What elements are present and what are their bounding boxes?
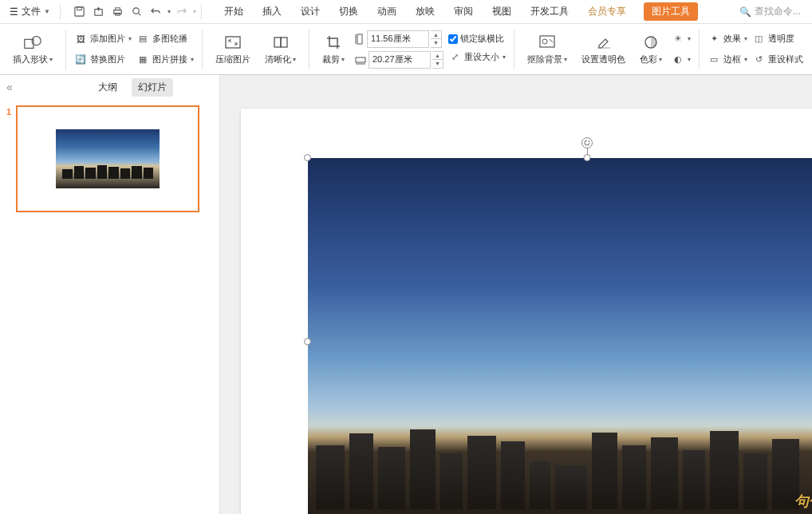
spinner-down-icon[interactable]: ▼	[432, 60, 443, 68]
tab-slideshow[interactable]: 放映	[414, 2, 436, 22]
search-icon: 🔍	[739, 6, 751, 18]
height-spinner[interactable]: ▲▼	[431, 30, 442, 48]
svg-rect-13	[356, 57, 365, 62]
slide-panel: « 大纲 幻灯片 1	[0, 75, 220, 514]
chevron-down-icon: ▾	[688, 35, 691, 42]
file-menu-button[interactable]: ☰ 文件 ▼	[5, 3, 55, 20]
tab-start[interactable]: 开始	[223, 2, 245, 22]
clarity-label: 清晰化	[265, 53, 291, 65]
contrast-icon: ◐	[672, 53, 684, 66]
reset-size-button[interactable]: ⤢重设大小▾	[448, 48, 506, 65]
crop-label: 裁剪	[322, 53, 340, 65]
slide-canvas[interactable]: 句句互联	[220, 75, 812, 514]
file-menu-label: 文件	[22, 5, 41, 18]
compress-picture-button[interactable]: 压缩图片	[211, 27, 255, 72]
collage-icon: ▦	[136, 53, 149, 66]
command-search[interactable]: 🔍 查找命令...	[733, 5, 807, 18]
separator	[65, 30, 66, 69]
picture-icon: 🖼	[74, 33, 87, 45]
tab-view[interactable]: 视图	[491, 2, 513, 22]
color-icon	[641, 33, 660, 52]
set-transparent-button[interactable]: 设置透明色	[577, 27, 630, 72]
save-icon[interactable]	[72, 4, 88, 20]
svg-point-15	[542, 39, 547, 44]
watermark: 句句互联	[794, 492, 812, 511]
spinner-up-icon[interactable]: ▲	[432, 52, 443, 61]
tab-design[interactable]: 设计	[299, 2, 321, 22]
replace-picture-button[interactable]: 🔄替换图片	[74, 51, 132, 69]
border-button[interactable]: ▭边框▾	[708, 51, 747, 69]
clarity-button[interactable]: 清晰化▾	[260, 27, 301, 72]
contrast-button[interactable]: ◐▾	[672, 51, 691, 69]
spinner-down-icon[interactable]: ▼	[431, 39, 441, 47]
redo-icon[interactable]	[174, 4, 190, 20]
remove-background-button[interactable]: 抠除背景▾	[522, 27, 572, 72]
picture-collage-button[interactable]: ▦图片拼接▾	[136, 51, 194, 69]
print-icon[interactable]	[110, 4, 126, 20]
transparency-button[interactable]: ◫透明度	[752, 30, 803, 48]
lock-ratio-input[interactable]	[448, 34, 458, 44]
multi-carousel-button[interactable]: ▤多图轮播	[136, 30, 194, 48]
width-icon	[354, 54, 367, 65]
transparency-label: 透明度	[768, 33, 794, 45]
svg-rect-10	[274, 38, 281, 47]
separator	[309, 30, 309, 69]
tab-transition[interactable]: 切换	[337, 2, 360, 22]
skyline	[316, 413, 812, 509]
undo-dropdown-icon[interactable]: ▾	[168, 8, 171, 15]
picture-collage-label: 图片拼接	[152, 53, 187, 65]
tab-animation[interactable]: 动画	[376, 2, 398, 22]
chevron-down-icon: ▾	[744, 56, 747, 63]
set-transparent-label: 设置透明色	[581, 53, 625, 65]
rotation-handle[interactable]	[581, 137, 593, 148]
effects-icon: ✦	[708, 33, 720, 45]
reset-icon: ↺	[752, 53, 765, 66]
tab-member[interactable]: 会员专享	[586, 2, 628, 22]
tab-developer[interactable]: 开发工具	[529, 2, 570, 22]
reset-style-button[interactable]: ↺重设样式	[752, 51, 803, 69]
reset-size-icon: ⤢	[448, 50, 461, 63]
transparent-color-icon	[594, 33, 613, 52]
slides-tab[interactable]: 幻灯片	[132, 78, 173, 97]
compress-icon	[223, 33, 242, 52]
separator	[60, 5, 61, 19]
outline-tab[interactable]: 大纲	[92, 78, 124, 97]
width-spinner[interactable]: ▲▼	[432, 51, 443, 69]
tab-insert[interactable]: 插入	[261, 2, 283, 22]
color-label: 色彩	[640, 53, 657, 65]
print-preview-icon[interactable]	[129, 4, 145, 20]
height-input[interactable]: 11.56厘米	[367, 30, 429, 48]
selected-image[interactable]: 句句互联	[308, 158, 812, 514]
insert-shape-label: 插入形状	[13, 53, 48, 65]
compress-label: 压缩图片	[215, 53, 250, 65]
brightness-button[interactable]: ☀▾	[672, 30, 691, 48]
border-label: 边框	[723, 53, 741, 65]
resize-handle-w[interactable]	[304, 338, 311, 346]
separator	[202, 30, 203, 69]
chevron-down-icon: ▾	[503, 53, 506, 61]
reset-style-label: 重设样式	[768, 53, 803, 65]
spinner-up-icon[interactable]: ▲	[431, 31, 441, 40]
add-picture-button[interactable]: 🖼添加图片▾	[74, 30, 132, 48]
width-input[interactable]: 20.27厘米	[369, 51, 431, 69]
chevron-down-icon: ▾	[341, 56, 345, 63]
collapse-panel-icon[interactable]: «	[6, 81, 13, 93]
export-icon[interactable]	[91, 4, 107, 20]
insert-shape-button[interactable]: 插入形状▾	[8, 27, 57, 72]
redo-dropdown-icon[interactable]: ▾	[193, 8, 196, 15]
effects-button[interactable]: ✦效果▾	[708, 30, 747, 48]
height-icon	[354, 33, 365, 45]
crop-button[interactable]: 裁剪▾	[317, 27, 349, 72]
tab-review[interactable]: 审阅	[452, 2, 475, 22]
resize-handle-nw[interactable]	[304, 154, 311, 161]
remove-bg-label: 抠除背景	[527, 53, 562, 65]
multi-carousel-label: 多图轮播	[152, 33, 187, 45]
slide-thumbnail[interactable]: 1	[6, 105, 213, 212]
undo-icon[interactable]	[148, 4, 164, 20]
color-button[interactable]: 色彩▾	[635, 27, 667, 72]
resize-handle-n[interactable]	[584, 154, 591, 161]
border-icon: ▭	[708, 53, 720, 66]
lock-ratio-checkbox[interactable]: 锁定纵横比	[448, 33, 506, 45]
tab-picture-tools[interactable]: 图片工具	[644, 2, 698, 21]
chevron-down-icon: ▾	[688, 56, 691, 63]
